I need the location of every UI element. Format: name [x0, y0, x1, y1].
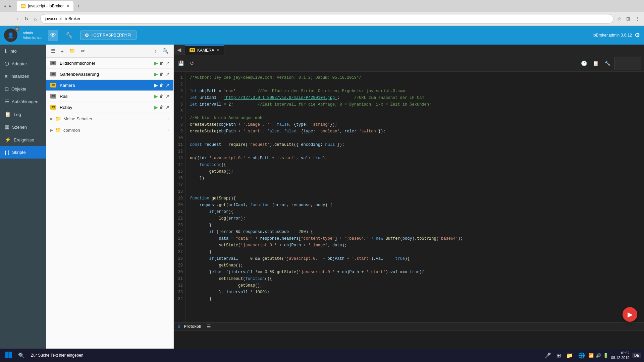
address-input[interactable] — [40, 14, 613, 23]
taskbar-mic-btn[interactable]: 🎤 — [542, 351, 553, 360]
script-play-robby[interactable]: ▶ — [154, 105, 158, 110]
script-export-kamera[interactable]: ↗ — [165, 82, 169, 88]
taskbar-search-btn[interactable]: 🔍 — [16, 351, 27, 360]
sidebar-item-log[interactable]: 📋 Log — [0, 108, 46, 121]
fab-button[interactable]: ▶ — [623, 307, 637, 322]
browser-chrome: ◂ ▸ JS javascript - ioBroker ✕ + ← → ↻ ⌂… — [0, 0, 644, 26]
script-item-kamera[interactable]: JS Kamera ▶ 🗑 ↗ — [46, 80, 173, 91]
script-item-rasi[interactable]: JS Rasi ▶ 🗑 ↗ — [46, 91, 173, 102]
editor-tabs: ◀ JS KAMERA ✕ — [174, 45, 644, 55]
nav-eye-icon[interactable]: 👁 — [48, 30, 58, 41]
script-export-bildschirmschoner[interactable]: ↗ — [165, 60, 169, 66]
scripts-edit-btn[interactable]: ✏ — [79, 47, 87, 55]
user-name: admin — [23, 31, 43, 35]
script-del-gartenbewasserung[interactable]: 🗑 — [159, 71, 164, 77]
script-play-rasi[interactable]: ▶ — [154, 94, 158, 99]
scripts-sort-btn[interactable]: ↕ — [153, 47, 159, 55]
sidebar: ℹ Info ⬡ Adapter ≡ Instanzen ◻ Objekte ☰… — [0, 45, 46, 362]
log-collapse-icon[interactable]: ⬇ — [177, 324, 181, 329]
nav-wrench-icon[interactable]: 🔧 — [63, 29, 75, 41]
editor-save-btn[interactable]: 💾 — [176, 59, 186, 67]
script-play-bildschirmschoner[interactable]: ▶ — [154, 60, 158, 66]
sidebar-label-info: Info — [9, 49, 17, 54]
taskbar-right: 📶 🔊 🔋 16:52 08.12.2019 DE — [588, 351, 641, 360]
script-play-gartenbewasserung[interactable]: ▶ — [154, 71, 158, 77]
script-export-gartenbewasserung[interactable]: ↗ — [165, 71, 169, 77]
code-area[interactable]: 12345 678910 1112131415 1617181920 21222… — [174, 72, 644, 322]
tab-nav-forward[interactable]: ▸ — [8, 3, 13, 9]
scripts-folder-btn[interactable]: 📁 — [67, 47, 77, 55]
script-del-robby[interactable]: 🗑 — [159, 105, 164, 110]
script-item-bildschirmschoner[interactable]: JS Bildschirmschoner ▶ 🗑 ↗ — [46, 58, 173, 69]
code-content[interactable]: /*Author: Jey Cee jey-cee@live.com; Vers… — [186, 72, 644, 322]
editor-tab-kamera[interactable]: JS KAMERA ✕ — [185, 45, 224, 55]
folder-name-common: common — [63, 128, 80, 133]
szenen-icon: ▦ — [5, 124, 9, 130]
app-version: ioBroker.admin 3.6.12 — [593, 33, 632, 38]
sidebar-item-ereignisse[interactable]: ⚡ Ereignisse — [0, 133, 46, 146]
editor-settings-btn[interactable]: 🔧 — [603, 59, 612, 67]
script-list: JS Bildschirmschoner ▶ 🗑 ↗ JS Gartenbewa… — [46, 58, 173, 352]
taskbar-time-display: 16:52 — [611, 351, 630, 355]
skripte-icon: { } — [5, 149, 9, 155]
taskbar-battery-icon[interactable]: 🔋 — [603, 353, 608, 358]
taskbar-start-btn[interactable] — [3, 350, 15, 361]
sidebar-item-instanzen[interactable]: ≡ Instanzen — [0, 70, 46, 82]
nav-back-btn[interactable]: ← — [3, 15, 11, 22]
editor-copy-btn[interactable]: 📋 — [591, 59, 601, 67]
taskbar-volume-icon[interactable]: 🔊 — [596, 353, 601, 358]
editor-back-btn[interactable]: ◀ — [174, 45, 185, 55]
taskbar-multitask-btn[interactable]: ⊞ — [554, 351, 563, 360]
taskbar-lang-indicator[interactable]: DE — [632, 353, 641, 358]
scripts-add-btn[interactable]: + — [59, 47, 66, 55]
sidebar-item-skripte[interactable]: { } Skripte — [0, 146, 46, 159]
sidebar-item-aufzaehlungen[interactable]: ☰ Aufzählungen — [0, 95, 46, 108]
script-export-robby[interactable]: ↗ — [165, 105, 169, 110]
taskbar-search-text[interactable]: Zur Suche Text hier eingeben — [28, 353, 541, 358]
nav-home-btn[interactable]: ⌂ — [32, 15, 38, 22]
editor-refresh-btn[interactable]: ↺ — [188, 59, 196, 67]
sidebar-item-szenen[interactable]: ▦ Szenen — [0, 121, 46, 133]
taskbar-clock[interactable]: 16:52 08.12.2019 — [611, 351, 630, 360]
script-del-bildschirmschoner[interactable]: 🗑 — [159, 60, 164, 66]
bookmark-icon[interactable]: ☆ — [615, 15, 623, 22]
nav-forward-btn[interactable]: → — [13, 15, 21, 22]
sidebar-item-adapter[interactable]: ⬡ Adapter — [0, 57, 46, 70]
nav-refresh-btn[interactable]: ↻ — [23, 15, 30, 22]
tab-nav-back[interactable]: ◂ — [3, 3, 7, 9]
tab-nav[interactable]: ◂ ▸ — [3, 3, 13, 9]
editor-minimap — [614, 57, 641, 70]
sidebar-label-aufzaehlungen: Aufzählungen — [12, 99, 39, 104]
script-del-rasi[interactable]: 🗑 — [159, 94, 164, 99]
active-tab[interactable]: JS javascript - ioBroker ✕ — [17, 1, 73, 11]
script-del-kamera[interactable]: 🗑 — [159, 82, 164, 88]
editor-clock-btn[interactable]: 🕐 — [579, 59, 589, 67]
host-button[interactable]: HOST RASPBERRYPI — [80, 31, 137, 40]
extensions-icon[interactable]: ⊞ — [625, 15, 632, 22]
editor-tab-js-badge: JS — [190, 48, 195, 52]
editor-tab-close-btn[interactable]: ✕ — [216, 48, 219, 52]
browser-toolbar: ☆ ⊞ ⋮ — [615, 15, 641, 22]
taskbar-network-icon[interactable]: 📶 — [588, 353, 594, 358]
tab-close-btn[interactable]: ✕ — [66, 4, 69, 8]
close-panel-btn[interactable]: ✕ — [15, 26, 19, 31]
script-item-robby[interactable]: JS Robby ▶ 🗑 ↗ — [46, 102, 173, 113]
log-list-icon[interactable]: ☰ — [207, 324, 211, 329]
script-play-kamera[interactable]: ▶ — [154, 82, 158, 88]
script-export-rasi[interactable]: ↗ — [165, 94, 169, 99]
sidebar-item-info[interactable]: ℹ Info — [0, 45, 46, 57]
taskbar-explorer-btn[interactable]: 📁 — [564, 351, 575, 360]
user-role: Administrator — [23, 36, 43, 40]
new-tab-button[interactable]: + — [75, 3, 82, 9]
script-item-gartenbewasserung[interactable]: JS Gartenbewasserung ▶ 🗑 ↗ — [46, 69, 173, 80]
script-icon-rasi: JS — [50, 94, 56, 99]
menu-icon[interactable]: ⋮ — [633, 15, 641, 22]
settings-icon[interactable]: ⚙ — [635, 32, 640, 39]
folder-common[interactable]: ▶ 📁 common + — [46, 124, 173, 136]
scripts-menu-btn[interactable]: ☰ — [49, 47, 57, 55]
script-actions-gartenbewasserung: ▶ 🗑 ↗ — [154, 71, 169, 77]
folder-meine-schalter[interactable]: ▶ 📁 Meine Schalter + — [46, 113, 173, 124]
scripts-search-btn[interactable]: 🔍 — [160, 47, 171, 55]
sidebar-item-objekte[interactable]: ◻ Objekte — [0, 82, 46, 95]
taskbar-edge-btn[interactable]: 🌐 — [576, 351, 587, 360]
